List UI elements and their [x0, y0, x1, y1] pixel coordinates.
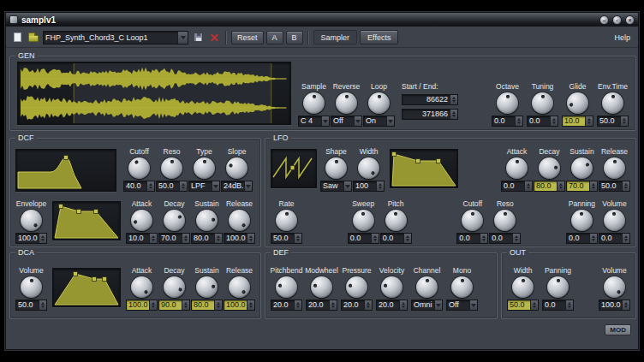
dca-envelope-graph[interactable] [52, 268, 121, 307]
spin-arrows-icon[interactable] [39, 234, 46, 243]
spin-down-icon[interactable] [182, 187, 185, 189]
spin-arrows-icon[interactable] [146, 181, 154, 191]
cutoff-knob[interactable] [128, 157, 150, 179]
spin-down-icon[interactable] [152, 306, 155, 308]
spin-up-icon[interactable] [482, 235, 486, 238]
reverse-combobox[interactable]: Off [331, 116, 362, 127]
release-spinbox[interactable]: 50.0 [599, 181, 630, 192]
octave-knob[interactable] [497, 92, 518, 114]
new-preset-button[interactable] [10, 31, 24, 45]
spin-down-icon[interactable] [296, 306, 300, 308]
attack-spinbox[interactable]: 10.0 [126, 233, 158, 244]
volume-spinbox[interactable]: 50.0 [15, 300, 47, 311]
sustain-knob[interactable] [571, 157, 593, 179]
open-preset-button[interactable] [27, 31, 40, 45]
slope-knob[interactable] [226, 157, 247, 179]
dcf-filter-graph[interactable] [15, 149, 116, 192]
cutoff-spinbox[interactable]: 40.0 [123, 181, 155, 192]
spin-down-icon[interactable] [533, 306, 536, 308]
width-knob[interactable] [512, 276, 534, 298]
decay-knob[interactable] [539, 157, 560, 179]
cutoff-knob[interactable] [462, 210, 483, 231]
rate-spinbox[interactable]: 50.0 [271, 233, 302, 244]
sustain-spinbox[interactable]: 70.0 [566, 181, 598, 192]
spin-up-icon[interactable] [552, 118, 556, 121]
spin-up-icon[interactable] [182, 183, 185, 186]
pitch-knob[interactable] [385, 210, 407, 231]
reso-knob[interactable] [494, 210, 516, 231]
tuning-knob[interactable] [532, 92, 553, 114]
spin-down-icon[interactable] [249, 239, 253, 241]
spin-arrows-icon[interactable] [450, 110, 457, 119]
spin-down-icon[interactable] [624, 187, 628, 189]
end-spinbox[interactable]: 371866 [402, 109, 458, 120]
spin-down-icon[interactable] [184, 306, 188, 308]
attack-knob[interactable] [506, 157, 528, 179]
dcf-envelope-graph[interactable] [52, 201, 121, 240]
spin-arrows-icon[interactable] [585, 116, 593, 126]
attack-knob[interactable] [131, 276, 152, 298]
reso-knob[interactable] [161, 157, 182, 179]
spin-down-icon[interactable] [623, 122, 626, 124]
sample-waveform[interactable] [17, 62, 291, 125]
spin-up-icon[interactable] [533, 302, 536, 305]
sample-knob[interactable] [303, 92, 325, 114]
spin-down-icon[interactable] [402, 306, 405, 308]
rate-knob[interactable] [276, 210, 297, 231]
spin-arrows-icon[interactable] [450, 95, 457, 104]
volume-knob[interactable] [604, 276, 625, 298]
sustain-knob[interactable] [196, 276, 218, 298]
spin-down-icon[interactable] [515, 239, 518, 241]
release-knob[interactable] [229, 276, 250, 298]
spin-up-icon[interactable] [587, 118, 591, 121]
spin-arrows-icon[interactable] [182, 234, 189, 243]
spin-arrows-icon[interactable] [565, 300, 573, 310]
spin-up-icon[interactable] [515, 235, 518, 238]
spin-down-icon[interactable] [217, 306, 220, 308]
octave-spinbox[interactable]: 0.0 [492, 116, 523, 127]
glide-knob[interactable] [567, 92, 588, 114]
spin-arrows-icon[interactable] [515, 116, 522, 126]
panning-knob[interactable] [571, 210, 593, 231]
loop-knob[interactable] [368, 92, 390, 114]
spin-up-icon[interactable] [217, 235, 220, 238]
sustain-spinbox[interactable]: 80.0 [191, 300, 223, 311]
reso-spinbox[interactable]: 50.0 [156, 181, 188, 192]
cutoff-spinbox[interactable]: 0.0 [456, 233, 488, 244]
pitchbend-spinbox[interactable]: 20.0 [271, 300, 302, 311]
velocity-spinbox[interactable]: 20.0 [376, 300, 408, 311]
channel-combobox[interactable]: Omni [411, 300, 443, 311]
spin-arrows-icon[interactable] [622, 300, 629, 310]
spin-down-icon[interactable] [624, 239, 628, 241]
spin-down-icon[interactable] [367, 306, 370, 308]
spin-arrows-icon[interactable] [364, 300, 372, 310]
spin-arrows-icon[interactable] [247, 234, 254, 243]
spin-arrows-icon[interactable] [622, 234, 629, 243]
spin-up-icon[interactable] [41, 235, 45, 238]
modwheel-knob[interactable] [311, 276, 332, 298]
spin-up-icon[interactable] [623, 118, 626, 121]
spin-down-icon[interactable] [559, 187, 563, 189]
spin-up-icon[interactable] [592, 183, 595, 186]
spin-up-icon[interactable] [592, 235, 595, 238]
titlebar[interactable]: samplv1 [6, 13, 638, 27]
sustain-knob[interactable] [196, 210, 218, 231]
spin-arrows-icon[interactable] [620, 116, 628, 126]
pitchbend-knob[interactable] [276, 276, 297, 298]
spin-down-icon[interactable] [592, 239, 595, 241]
glide-spinbox[interactable]: 10.0 [562, 116, 593, 127]
spin-down-icon[interactable] [482, 239, 486, 241]
spin-arrows-icon[interactable] [376, 181, 384, 191]
spin-down-icon[interactable] [331, 306, 335, 308]
spin-up-icon[interactable] [184, 235, 188, 238]
spin-up-icon[interactable] [517, 118, 521, 121]
delete-preset-button[interactable] [207, 31, 221, 45]
loop-combobox[interactable]: On [363, 116, 395, 127]
reset-button[interactable]: Reset [231, 31, 264, 45]
spin-up-icon[interactable] [367, 302, 370, 305]
spin-arrows-icon[interactable] [371, 234, 379, 243]
spin-up-icon[interactable] [152, 302, 155, 305]
panning-spinbox[interactable]: 0.0 [566, 233, 598, 244]
spin-arrows-icon[interactable] [179, 181, 187, 191]
spin-down-icon[interactable] [41, 239, 45, 241]
